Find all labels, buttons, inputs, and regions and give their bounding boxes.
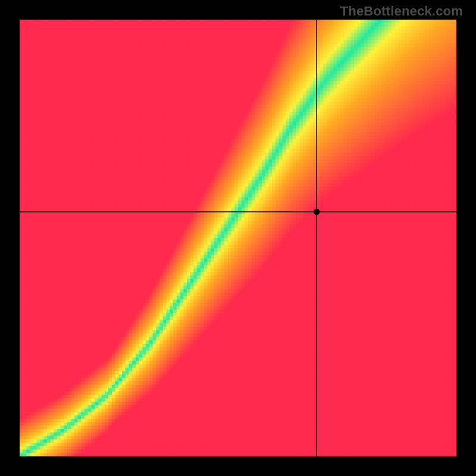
selected-point-marker xyxy=(314,209,320,215)
watermark-text: TheBottleneck.com xyxy=(340,4,463,19)
chart-frame: TheBottleneck.com xyxy=(0,0,476,476)
crosshair-overlay xyxy=(20,20,456,456)
